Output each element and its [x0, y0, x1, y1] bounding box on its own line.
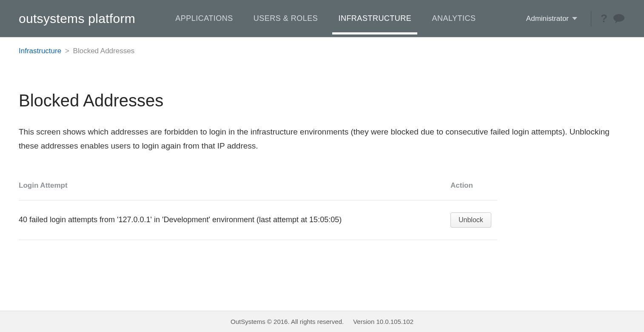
nav-analytics[interactable]: ANALYTICS: [422, 0, 486, 37]
logo: outsystems platform: [19, 11, 135, 26]
help-icon[interactable]: ?: [599, 13, 608, 25]
page-title: Blocked Addresses: [19, 91, 625, 110]
breadcrumb: Infrastructure > Blocked Addresses: [19, 37, 625, 55]
content: Infrastructure > Blocked Addresses Block…: [0, 37, 644, 240]
column-login-attempt: Login Attempt: [19, 175, 450, 200]
page-description: This screen shows which addresses are fo…: [19, 125, 623, 153]
nav-infrastructure[interactable]: INFRASTRUCTURE: [328, 0, 422, 37]
breadcrumb-root-link[interactable]: Infrastructure: [19, 47, 61, 55]
footer-copyright: OutSystems © 2016. All rights reserved.: [231, 318, 344, 325]
blocked-addresses-table: Login Attempt Action 40 failed login att…: [19, 175, 497, 240]
divider: [591, 11, 591, 26]
nav-applications[interactable]: APPLICATIONS: [165, 0, 243, 37]
cell-action: Unblock: [450, 200, 497, 240]
footer: OutSystems © 2016. All rights reserved. …: [0, 311, 644, 332]
nav-users-roles[interactable]: USERS & ROLES: [243, 0, 328, 37]
user-name: Administrator: [526, 14, 569, 23]
breadcrumb-separator: >: [65, 47, 69, 55]
feedback-icon[interactable]: [613, 13, 625, 24]
svg-text:?: ?: [601, 13, 607, 25]
unblock-button[interactable]: Unblock: [450, 212, 491, 228]
cell-login-attempt: 40 failed login attempts from '127.0.0.1…: [19, 200, 450, 240]
user-menu[interactable]: Administrator: [526, 14, 583, 23]
topbar: outsystems platform APPLICATIONS USERS &…: [0, 0, 644, 37]
svg-point-1: [613, 14, 624, 22]
footer-version: Version 10.0.105.102: [353, 318, 413, 325]
breadcrumb-current: Blocked Addresses: [73, 47, 135, 55]
header-right: Administrator ?: [526, 0, 625, 37]
column-action: Action: [450, 175, 497, 200]
main-nav: APPLICATIONS USERS & ROLES INFRASTRUCTUR…: [165, 0, 486, 37]
table-row: 40 failed login attempts from '127.0.0.1…: [19, 200, 497, 240]
caret-down-icon: [572, 17, 577, 20]
